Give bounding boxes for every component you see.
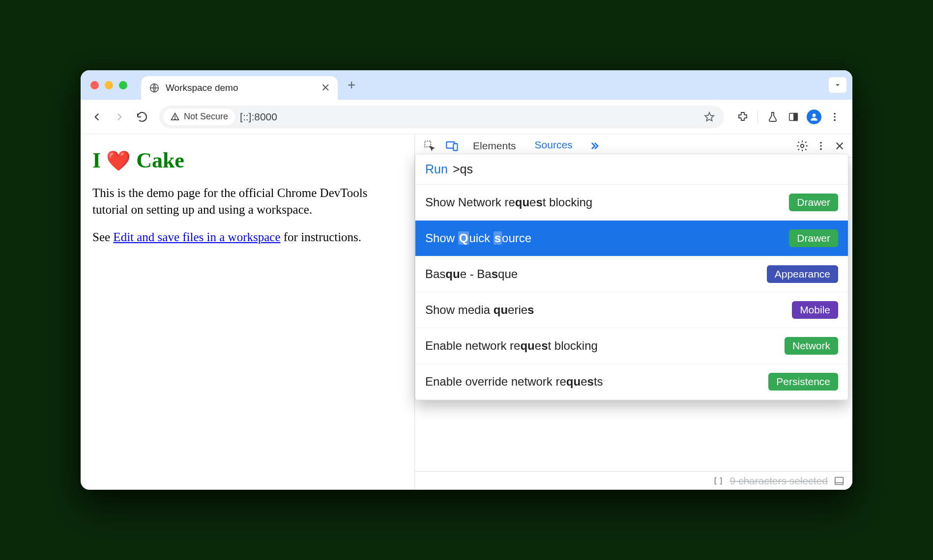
run-label: Run bbox=[425, 162, 448, 176]
svg-point-2 bbox=[175, 118, 175, 119]
brackets-icon[interactable] bbox=[713, 476, 724, 486]
svg-point-12 bbox=[801, 144, 804, 147]
command-item-label: Enable override network requests bbox=[425, 375, 603, 389]
side-panel-icon[interactable] bbox=[785, 108, 802, 126]
tabs-overflow-icon[interactable] bbox=[583, 140, 605, 152]
category-badge: Drawer bbox=[789, 229, 838, 247]
command-item[interactable]: Basque - BasqueAppearance bbox=[415, 256, 848, 292]
command-item[interactable]: Show Network request blockingDrawer bbox=[415, 185, 848, 221]
traffic-lights bbox=[87, 81, 141, 89]
page-paragraph-1: This is the demo page for the official C… bbox=[92, 185, 403, 218]
category-badge: Appearance bbox=[767, 265, 838, 283]
category-badge: Persistence bbox=[768, 373, 838, 391]
command-query: >qs bbox=[453, 162, 473, 176]
inspect-element-icon[interactable] bbox=[420, 136, 439, 156]
browser-tab[interactable]: Workspace demo ✕ bbox=[141, 76, 338, 100]
window-minimize[interactable] bbox=[105, 81, 113, 89]
address-text: [::]:8000 bbox=[240, 111, 699, 123]
svg-rect-16 bbox=[835, 477, 844, 484]
command-item[interactable]: Enable override network requestsPersiste… bbox=[415, 364, 848, 400]
command-menu: Run >qs Show Network request blockingDra… bbox=[415, 154, 848, 400]
device-toggle-icon[interactable] bbox=[442, 136, 462, 156]
tab-close-icon[interactable]: ✕ bbox=[321, 82, 330, 94]
page-heading: I ❤️ Cake bbox=[92, 148, 403, 173]
security-label: Not Secure bbox=[184, 112, 228, 122]
new-tab-button[interactable]: + bbox=[348, 77, 355, 93]
divider bbox=[758, 111, 758, 123]
bookmark-star-icon[interactable] bbox=[703, 111, 715, 123]
browser-window: Workspace demo ✕ + Not Secure [::]:8000 bbox=[81, 70, 852, 490]
back-button[interactable] bbox=[87, 108, 106, 126]
svg-point-13 bbox=[820, 141, 822, 143]
settings-gear-icon[interactable] bbox=[794, 138, 810, 154]
command-item-label: Show Quick source bbox=[425, 231, 531, 245]
command-item-label: Enable network request blocking bbox=[425, 339, 598, 353]
tabs-dropdown[interactable] bbox=[829, 77, 846, 93]
category-badge: Mobile bbox=[792, 301, 838, 319]
address-bar[interactable]: Not Secure [::]:8000 bbox=[159, 106, 724, 128]
forward-button[interactable] bbox=[110, 108, 129, 126]
titlebar: Workspace demo ✕ + bbox=[81, 70, 852, 100]
command-item[interactable]: Enable network request blockingNetwork bbox=[415, 328, 848, 364]
command-input[interactable]: Run >qs bbox=[415, 154, 848, 185]
profile-avatar[interactable] bbox=[805, 108, 823, 126]
globe-icon bbox=[149, 83, 160, 93]
page-paragraph-2: See Edit and save files in a workspace f… bbox=[92, 229, 403, 246]
devtools-panel: Elements Sources Run bbox=[415, 134, 852, 490]
tutorial-link[interactable]: Edit and save files in a workspace bbox=[113, 230, 280, 244]
svg-rect-4 bbox=[794, 113, 797, 120]
command-list: Show Network request blockingDrawerShow … bbox=[415, 185, 848, 400]
security-chip[interactable]: Not Secure bbox=[163, 109, 235, 125]
devtools-menu-icon[interactable] bbox=[813, 138, 829, 154]
svg-point-5 bbox=[813, 113, 816, 117]
content-area: I ❤️ Cake This is the demo page for the … bbox=[81, 134, 852, 490]
footer-text: 9 characters selected bbox=[729, 475, 828, 487]
window-dock-icon[interactable] bbox=[834, 476, 845, 486]
command-item-label: Show Network request blocking bbox=[425, 196, 592, 209]
svg-point-15 bbox=[820, 148, 822, 150]
svg-rect-11 bbox=[453, 143, 457, 150]
window-maximize[interactable] bbox=[119, 81, 127, 89]
window-close[interactable] bbox=[90, 81, 99, 89]
extensions-icon[interactable] bbox=[734, 108, 752, 126]
command-item[interactable]: Show Quick sourceDrawer bbox=[415, 221, 848, 256]
command-item-label: Basque - Basque bbox=[425, 267, 518, 281]
tab-title: Workspace demo bbox=[166, 83, 315, 93]
reload-button[interactable] bbox=[133, 108, 151, 126]
svg-point-7 bbox=[834, 116, 836, 118]
svg-point-8 bbox=[834, 119, 836, 121]
category-badge: Drawer bbox=[789, 194, 838, 211]
devtools-footer: 9 characters selected bbox=[415, 471, 852, 490]
toolbar-actions bbox=[732, 108, 846, 126]
devtools-close-icon[interactable] bbox=[832, 138, 847, 154]
labs-icon[interactable] bbox=[764, 108, 782, 126]
toolbar: Not Secure [::]:8000 bbox=[81, 100, 852, 134]
svg-point-6 bbox=[834, 112, 836, 114]
heart-icon: ❤️ bbox=[106, 150, 131, 172]
category-badge: Network bbox=[785, 337, 838, 355]
svg-point-14 bbox=[820, 145, 822, 147]
chrome-menu-icon[interactable] bbox=[826, 108, 844, 126]
page-viewport: I ❤️ Cake This is the demo page for the … bbox=[81, 134, 415, 490]
command-item[interactable]: Show media queriesMobile bbox=[415, 292, 848, 328]
command-item-label: Show media queries bbox=[425, 303, 534, 317]
